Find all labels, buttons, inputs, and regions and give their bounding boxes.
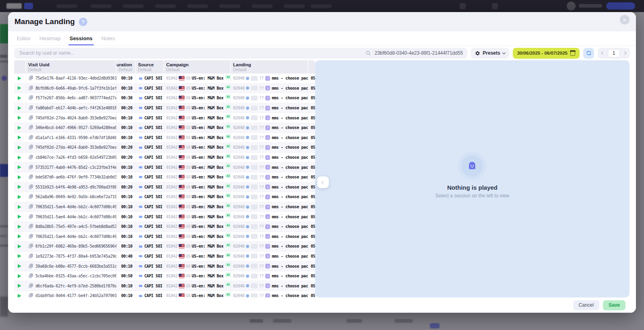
close-icon[interactable]: × <box>620 15 630 25</box>
refresh-button[interactable] <box>583 48 594 59</box>
copy-icon[interactable] <box>28 145 33 150</box>
copy-icon[interactable] <box>28 76 33 81</box>
copy-icon[interactable] <box>28 86 33 91</box>
table-row[interactable]: 70635d21-5ae4-4d4e-bb2c-4c6077d08c49 00:… <box>14 212 315 222</box>
table-row[interactable]: 70635d21-5ae4-4d4e-bb2c-4c6077d08c49 00:… <box>14 232 315 242</box>
copy-icon[interactable] <box>28 155 33 160</box>
copy-icon[interactable] <box>28 95 33 100</box>
copy-icon[interactable] <box>28 244 33 249</box>
campaign-id: 01042 <box>166 224 178 229</box>
landing-id: 02048 <box>233 274 244 278</box>
copy-icon[interactable] <box>28 264 33 269</box>
play-button[interactable] <box>18 234 21 238</box>
script-badge-icon: × <box>265 214 270 219</box>
play-button[interactable] <box>18 146 21 150</box>
table-row[interactable]: d1da9fbd-9d44-4177-be4f-24b52a707001 00:… <box>14 291 315 297</box>
copy-icon[interactable] <box>28 115 33 121</box>
copy-icon[interactable] <box>28 214 33 219</box>
play-button[interactable] <box>18 96 21 100</box>
play-button[interactable] <box>18 195 21 199</box>
copy-icon[interactable] <box>28 174 33 180</box>
copy-icon[interactable] <box>28 293 33 297</box>
campaign-geo: US <box>186 224 190 229</box>
play-button[interactable] <box>18 116 21 120</box>
cancel-button[interactable]: Cancel <box>573 300 599 310</box>
play-button[interactable] <box>18 244 21 248</box>
chevron-left-icon[interactable] <box>601 51 605 55</box>
play-button[interactable] <box>18 254 21 258</box>
table-row[interactable]: cb84b7ce-7a26-4fd3-b658-02e549723b09 00:… <box>14 153 315 163</box>
play-button[interactable] <box>18 86 21 90</box>
table-row[interactable]: 562a8a96-0049-4e92-9a5b-b8ce6e72a719 00:… <box>14 192 315 202</box>
play-button[interactable] <box>18 165 21 169</box>
page-number-input[interactable] <box>608 49 620 57</box>
copy-icon[interactable] <box>28 165 33 170</box>
play-button[interactable] <box>18 215 21 219</box>
copy-icon[interactable] <box>28 283 33 289</box>
play-icon <box>18 244 21 248</box>
tab-heatmap[interactable]: Heatmap <box>39 31 61 45</box>
save-button[interactable]: Save <box>603 300 625 310</box>
campaign-name: US-en: M&M Box <box>192 106 223 110</box>
table-row[interactable]: 745df02d-27da-4024-8ab0-353e8e927bea 00:… <box>14 113 315 123</box>
table-row[interactable]: 57353177-4ab0-4476-85d2-c3c23fbe3f4e 00:… <box>14 162 315 172</box>
copy-icon[interactable] <box>28 135 33 140</box>
tab-notes[interactable]: Notes <box>101 31 115 45</box>
table-row[interactable]: 8d8a28b5-75e5-497e-a4c5-5fbeb8d8ad53 00:… <box>14 222 315 232</box>
copy-icon[interactable] <box>28 194 33 199</box>
landing-name: mms - choose pack <box>272 175 308 179</box>
play-button[interactable] <box>18 225 21 229</box>
table-row[interactable]: d1a1afc1-e166-4331-9590-e7db7df18d4b 00:… <box>14 133 315 143</box>
play-button[interactable] <box>18 294 21 297</box>
chevron-right-icon[interactable] <box>623 51 626 55</box>
table-row[interactable]: 6fb1c20f-6082-469a-89b5-5ed669656964 00:… <box>14 242 315 252</box>
table-row[interactable]: 1e92273e-7875-4f37-80a4-b953e745a29d 00:… <box>14 252 315 262</box>
copy-icon[interactable] <box>28 273 33 279</box>
table-row[interactable]: d6cf6ada-62fc-4ef9-b7ed-2580bd1f870a 00:… <box>14 281 315 291</box>
copy-icon[interactable] <box>28 184 33 190</box>
copy-icon[interactable] <box>28 234 33 239</box>
copy-icon[interactable] <box>28 105 33 111</box>
help-icon[interactable]: ? <box>79 18 87 26</box>
duration: 00:20 <box>121 106 132 110</box>
table-row[interactable]: 39a68c6e-b08e-4577-8ccb-6683be3a551d 00:… <box>14 261 315 271</box>
tab-sessions[interactable]: Sessions <box>70 31 93 45</box>
presets-button[interactable]: Presets <box>471 48 509 59</box>
table-row[interactable]: 745df02d-27da-4024-8ab0-353e8e927bea 00:… <box>14 143 315 153</box>
table-row[interactable]: 5531b923-b4f6-4b98-a953-d9c700ad3f80 00:… <box>14 182 315 193</box>
script-badge-icon: × <box>265 145 270 150</box>
copy-icon[interactable] <box>28 125 33 130</box>
search-input[interactable] <box>19 50 362 56</box>
play-button[interactable] <box>18 264 21 268</box>
table-row[interactable]: 70635d21-5ae4-4d4e-bb2c-4c6077d08c49 00:… <box>14 202 315 212</box>
date-range-button[interactable]: 30/06/2025 - 06/07/2025 <box>513 48 580 59</box>
table-row[interactable]: 5cba4bbe-0325-43aa-a5ec-c1cbc705ec00 00:… <box>14 271 315 281</box>
copy-icon[interactable] <box>28 254 33 259</box>
table-row[interactable]: bde587d0-ae6b-476f-9ef0-7734b32ab0d3 00:… <box>14 172 315 182</box>
play-button[interactable] <box>18 106 21 110</box>
landing-unknown: ?? <box>259 165 264 170</box>
campaign-geo: US <box>186 293 190 297</box>
table-row[interactable]: 8bfb96c0-6e66-49ab-9fc6-1a7f3fe1b1ef 00:… <box>14 84 315 94</box>
copy-icon[interactable] <box>28 224 33 229</box>
table-row[interactable]: 75e5e176-8aaf-4116-93ec-4dbd2d8d9361 00:… <box>14 74 315 84</box>
table-row[interactable]: fa80abd7-eb17-4d4b-aefc-f4f261e48016 00:… <box>14 103 315 113</box>
play-button[interactable] <box>18 175 21 179</box>
source-label: CAPI SOI <box>144 96 162 100</box>
ai-badge: AI <box>225 105 231 109</box>
play-button[interactable] <box>18 135 21 139</box>
tab-editor[interactable]: Editor <box>17 31 31 45</box>
play-button[interactable] <box>18 126 21 130</box>
play-button[interactable] <box>18 274 21 278</box>
play-button[interactable] <box>18 156 21 160</box>
ai-badge: AI <box>225 154 231 158</box>
collapse-panel-handle[interactable] <box>317 176 329 188</box>
header-landing: Landing Default <box>231 60 308 74</box>
table-row[interactable]: 346e4bcd-b4d7-4966-9527-5269a4280ea0 00:… <box>14 123 315 133</box>
copy-icon[interactable] <box>28 204 33 209</box>
play-button[interactable] <box>18 205 21 209</box>
table-row[interactable]: f577e267-856b-4e6c-ad87-9037774ed27a 00:… <box>14 93 315 103</box>
play-button[interactable] <box>18 284 21 288</box>
play-button[interactable] <box>18 76 21 80</box>
play-button[interactable] <box>18 185 21 189</box>
